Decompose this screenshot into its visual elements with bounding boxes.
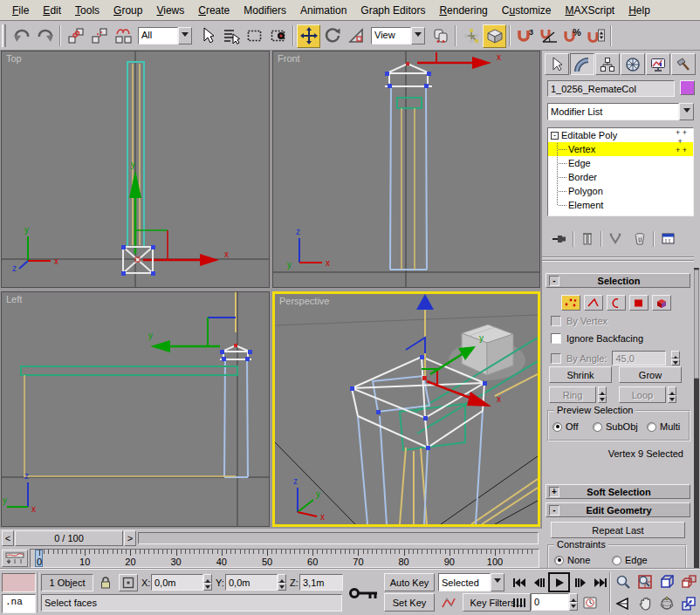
z-coordinate-field[interactable]: 3,1m	[299, 574, 343, 591]
select-object-button[interactable]	[196, 24, 219, 48]
toolbar-drag-handle[interactable]	[2, 24, 6, 47]
select-and-link-button[interactable]	[64, 24, 87, 48]
maximize-viewport-toggle-button[interactable]	[678, 593, 699, 614]
loop-spinner[interactable]	[668, 386, 676, 403]
remove-modifier-button[interactable]	[629, 230, 650, 248]
pan-button[interactable]	[635, 593, 655, 614]
current-frame-field[interactable]: 0	[531, 593, 569, 611]
redo-button[interactable]	[33, 24, 57, 48]
panel-scrollbar[interactable]	[694, 268, 699, 569]
tab-motion[interactable]	[621, 53, 645, 75]
frame-spinner[interactable]	[569, 593, 578, 611]
viewport-front-label[interactable]: Front	[278, 53, 300, 64]
constraints-none-radio[interactable]	[554, 556, 564, 565]
constraints-edge-radio[interactable]	[612, 556, 621, 565]
macro-recorder-pane[interactable]	[2, 573, 36, 592]
modifier-list-dropdown[interactable]: Modifier List	[547, 103, 694, 120]
loop-button[interactable]: Loop	[619, 386, 666, 403]
use-pivot-center-button[interactable]	[429, 24, 452, 48]
subobj-polygon-button[interactable]	[629, 295, 649, 311]
tab-utilities[interactable]	[671, 53, 696, 75]
selection-filter-dropdown[interactable]: All	[138, 27, 192, 44]
by-angle-checkbox[interactable]	[551, 353, 561, 364]
zoom-extents-all-button[interactable]	[678, 571, 699, 592]
select-and-rotate-button[interactable]	[320, 24, 344, 48]
preview-subobj-radio[interactable]	[593, 422, 602, 432]
collapse-icon[interactable]: -	[549, 276, 559, 286]
zoom-button[interactable]	[613, 571, 634, 592]
window-crossing-button[interactable]	[266, 24, 290, 48]
tab-hierarchy[interactable]	[595, 53, 620, 75]
menu-tools[interactable]: Tools	[68, 2, 106, 19]
menu-maxscript[interactable]: MAXScript	[559, 2, 622, 19]
dropdown-arrow-icon[interactable]	[491, 573, 504, 591]
grow-button[interactable]: Grow	[619, 366, 682, 383]
pin-stack-button[interactable]	[549, 230, 570, 248]
zoom-all-button[interactable]	[635, 571, 655, 592]
dropdown-arrow-icon[interactable]	[178, 27, 192, 44]
collapse-icon[interactable]: -	[549, 505, 559, 516]
tab-create[interactable]	[545, 53, 569, 75]
key-mode-toggle-button[interactable]	[510, 593, 528, 612]
subobj-vertex-button[interactable]	[561, 295, 580, 311]
preview-off-radio[interactable]	[552, 422, 562, 432]
menu-file[interactable]: File	[5, 2, 36, 19]
viewport-left-label[interactable]: Left	[6, 294, 22, 304]
preview-multi-radio[interactable]	[647, 422, 656, 432]
y-coordinate-field[interactable]: 0,0m	[225, 574, 278, 591]
track-ruler[interactable]: 0102030405060708090100	[30, 549, 539, 568]
by-vertex-checkbox[interactable]	[551, 316, 561, 326]
menu-animation[interactable]: Animation	[293, 2, 353, 19]
configure-modifier-sets-button[interactable]	[657, 230, 680, 248]
repeat-last-button[interactable]: Repeat Last	[551, 522, 685, 538]
go-to-end-button[interactable]	[591, 573, 609, 591]
viewport-perspective[interactable]: Perspective	[272, 291, 540, 527]
default-in-out-tangents-button[interactable]	[438, 593, 459, 612]
viewport-left[interactable]: Left y	[1, 291, 270, 527]
angle-snap-button[interactable]	[537, 24, 560, 48]
y-spinner[interactable]	[278, 574, 286, 591]
x-coordinate-field[interactable]: 0,0m	[151, 574, 203, 591]
next-frame-arrow[interactable]: >	[124, 530, 136, 546]
previous-frame-button[interactable]	[529, 573, 547, 591]
ring-spinner[interactable]	[598, 386, 607, 403]
panel-scrollbar-thumb[interactable]	[694, 270, 699, 379]
menu-edit[interactable]: Edit	[36, 2, 68, 19]
tab-display[interactable]	[646, 53, 670, 75]
next-frame-button[interactable]	[572, 573, 590, 591]
time-slider-handle[interactable]: 0 / 100	[15, 530, 123, 546]
percent-snap-button[interactable]: %	[560, 24, 584, 48]
set-keys-button[interactable]	[346, 573, 382, 612]
dropdown-arrow-icon[interactable]	[411, 27, 425, 44]
menu-create[interactable]: Create	[191, 2, 237, 19]
undo-button[interactable]	[10, 24, 33, 48]
object-color-swatch[interactable]	[680, 80, 695, 95]
select-and-manipulate-button[interactable]	[459, 24, 483, 48]
menu-graph-editors[interactable]: Graph Editors	[353, 2, 432, 19]
field-of-view-button[interactable]	[613, 593, 634, 614]
bind-to-space-warp-button[interactable]	[111, 24, 134, 48]
ring-button[interactable]: Ring	[549, 386, 596, 403]
menu-rendering[interactable]: Rendering	[432, 2, 494, 19]
set-key-button[interactable]: Set Key	[384, 593, 435, 612]
maxscript-listener-field[interactable]: .na	[2, 594, 36, 613]
snap-cube-toggle-button[interactable]	[483, 24, 506, 48]
time-slider-track[interactable]	[138, 532, 539, 544]
rollout-edit-geometry[interactable]: - Edit Geometry	[546, 502, 690, 517]
unlink-selection-button[interactable]	[87, 24, 111, 48]
absolute-mode-button[interactable]	[119, 574, 138, 591]
rollout-soft-selection[interactable]: + Soft Selection	[546, 484, 690, 499]
tab-modify[interactable]	[570, 53, 594, 75]
viewport-top[interactable]: Top y x	[1, 51, 270, 288]
reference-coordinate-dropdown[interactable]: View	[371, 27, 425, 44]
go-to-start-button[interactable]	[510, 573, 528, 591]
x-spinner[interactable]	[203, 574, 212, 591]
play-button[interactable]	[548, 572, 570, 592]
shrink-button[interactable]: Shrink	[549, 366, 612, 383]
menu-group[interactable]: Group	[106, 2, 149, 19]
selection-lock-button[interactable]	[97, 574, 113, 591]
subobj-border-button[interactable]	[607, 295, 626, 311]
rollout-selection[interactable]: - Selection	[546, 273, 690, 288]
menu-modifiers[interactable]: Modifiers	[237, 2, 293, 19]
select-and-scale-button[interactable]	[344, 24, 367, 48]
